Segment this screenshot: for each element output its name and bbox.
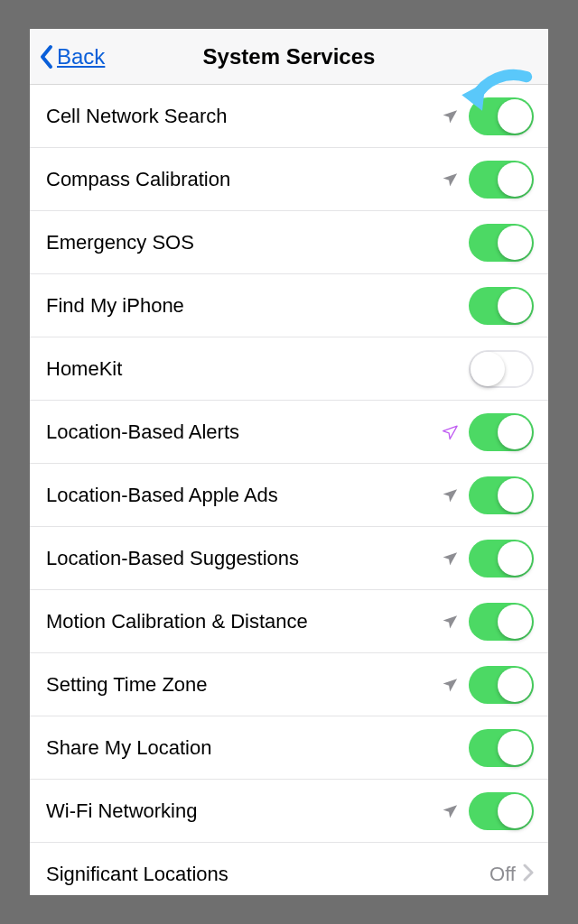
row-label: Setting Time Zone [46, 673, 440, 697]
settings-row: Cell Network Search [30, 85, 548, 148]
toggle-knob [498, 415, 532, 449]
toggle-switch[interactable] [469, 666, 534, 704]
toggle-knob [498, 794, 532, 828]
back-label: Back [57, 44, 105, 69]
settings-row: Setting Time Zone [30, 653, 548, 716]
settings-row: Location-Based Alerts [30, 401, 548, 464]
toggle-switch[interactable] [469, 287, 534, 325]
settings-row: Compass Calibration [30, 148, 548, 211]
row-label: Significant Locations [46, 863, 489, 886]
location-arrow-icon [440, 549, 460, 568]
row-label: Compass Calibration [46, 168, 440, 191]
back-button[interactable]: Back [30, 44, 105, 69]
toggle-switch[interactable] [469, 413, 534, 451]
row-label: Location-Based Alerts [46, 420, 440, 444]
toggle-switch[interactable] [469, 97, 534, 135]
row-label: Location-Based Apple Ads [46, 484, 440, 507]
location-arrow-icon [440, 485, 460, 505]
location-arrow-icon [440, 801, 460, 821]
toggle-switch[interactable] [469, 603, 534, 641]
toggle-knob [498, 226, 532, 260]
settings-row: Find My iPhone [30, 274, 548, 337]
toggle-knob [498, 668, 532, 702]
toggle-knob [498, 289, 532, 323]
toggle-knob [498, 99, 532, 134]
toggle-switch[interactable] [469, 792, 534, 830]
page-title: System Services [30, 44, 548, 69]
row-label: Wi-Fi Networking [46, 799, 440, 823]
back-chevron-icon [39, 44, 53, 69]
settings-row: Location-Based Suggestions [30, 527, 548, 590]
settings-row: Location-Based Apple Ads [30, 464, 548, 527]
settings-row: Motion Calibration & Distance [30, 590, 548, 653]
location-arrow-icon [440, 106, 460, 126]
row-label: Find My iPhone [46, 294, 469, 318]
row-label: Emergency SOS [46, 231, 469, 254]
toggle-knob [498, 162, 532, 197]
toggle-switch[interactable] [469, 540, 534, 578]
row-detail: Off [489, 863, 516, 886]
row-label: Location-Based Suggestions [46, 547, 440, 570]
settings-row: Share My Location [30, 716, 548, 780]
location-arrow-icon [440, 675, 460, 695]
toggle-switch[interactable] [469, 161, 534, 199]
toggle-knob [498, 731, 532, 765]
toggle-knob [471, 352, 505, 386]
row-label: Cell Network Search [46, 105, 440, 128]
toggle-switch[interactable] [469, 224, 534, 262]
nav-bar: Back System Services [30, 29, 548, 85]
settings-row: Wi-Fi Networking [30, 780, 548, 843]
location-arrow-icon [440, 170, 460, 189]
toggle-knob [498, 541, 532, 576]
toggle-switch[interactable] [469, 350, 534, 388]
toggle-knob [498, 605, 532, 639]
toggle-knob [498, 478, 532, 513]
row-label: Share My Location [46, 736, 469, 760]
settings-list: Cell Network Search Compass Calibration … [30, 85, 548, 895]
row-label: Motion Calibration & Distance [46, 610, 440, 633]
chevron-right-icon [523, 864, 534, 885]
settings-row: Emergency SOS [30, 211, 548, 274]
row-label: HomeKit [46, 357, 469, 381]
location-arrow-icon [440, 612, 460, 632]
location-arrow-icon [440, 422, 460, 442]
toggle-switch[interactable] [469, 729, 534, 767]
settings-row[interactable]: Significant LocationsOff [30, 843, 548, 895]
toggle-switch[interactable] [469, 476, 534, 514]
settings-row: HomeKit [30, 337, 548, 401]
settings-screen: Back System Services Cell Network Search… [30, 29, 548, 895]
